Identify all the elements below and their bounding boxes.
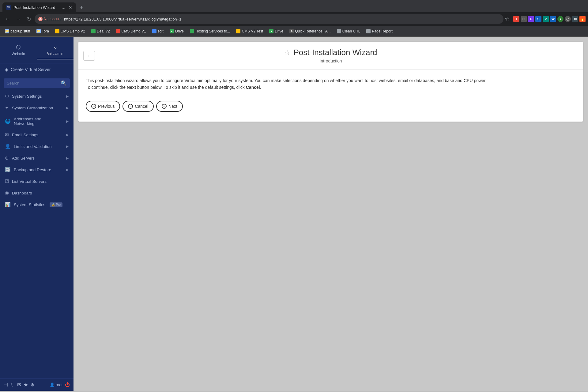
webmin-tab[interactable]: ⬡ Webmin: [0, 41, 37, 59]
bookmark-cms-demo-v2[interactable]: CMS Demo V2: [53, 28, 88, 34]
bookmark-drive-2[interactable]: ▲ Drive: [267, 28, 286, 34]
bookmark-tora[interactable]: 📁 Tora: [34, 28, 51, 34]
cancel-icon: ○: [128, 104, 133, 109]
bookmark-label: CMS V2 Test: [242, 29, 263, 33]
sidebar-nav: ⚙ System Settings ▶ ✦ System Customizati…: [0, 90, 74, 379]
tab-close-button[interactable]: ✕: [69, 5, 72, 10]
sidebar-item-system-customization[interactable]: ✦ System Customization ▶: [0, 102, 74, 114]
virtualmin-label: Virtualmin: [47, 51, 63, 56]
add-servers-icon: ⊕: [5, 155, 9, 161]
bookmark-bar: 📁 backup stuff 📁 Tora CMS Demo V2 Deal V…: [0, 26, 588, 37]
sidebar-footer: ⊣ ☾ ✉ ★ ❄ 👤 root ⏻: [0, 379, 74, 391]
sidebar-item-system-settings[interactable]: ⚙ System Settings ▶: [0, 90, 74, 102]
browser-chrome: W Post-Installation Wizard — Wei... ✕ + …: [0, 0, 588, 37]
sidebar-item-backup-restore[interactable]: 🔄 Backup and Restore ▶: [0, 164, 74, 175]
sidebar-item-label: Email Settings: [12, 133, 38, 137]
ext-icon-3[interactable]: E: [528, 16, 534, 22]
bookmark-label: CMS Demo V1: [122, 29, 146, 33]
reload-button[interactable]: ↻: [24, 14, 33, 24]
statistics-icon: 📊: [5, 202, 11, 207]
sidebar-item-label: Backup and Restore: [14, 168, 51, 172]
next-label: Next: [168, 104, 177, 109]
theme-toggle-icon[interactable]: ☾: [10, 382, 15, 388]
search-container: 🔍: [4, 78, 70, 88]
bookmark-label: Drive: [275, 29, 283, 33]
sidebar-item-left: ⊕ Add Servers: [5, 155, 35, 161]
cancel-button[interactable]: ○ Cancel: [123, 101, 154, 112]
bookmark-favicon: 📁: [5, 29, 9, 33]
webmin-icon: ⬡: [16, 44, 21, 51]
main-content: ← ☆ Post-Installation Wizard Introductio…: [74, 37, 588, 391]
ext-icon-5[interactable]: V: [543, 16, 549, 22]
star-icon[interactable]: ★: [24, 382, 28, 388]
sidebar-item-addresses-networking[interactable]: 🌐 Addresses and Networking ▶: [0, 114, 74, 129]
virtualmin-tab[interactable]: ⌄ Virtualmin: [37, 40, 74, 59]
bookmark-label: CMS Demo V2: [61, 29, 85, 33]
wizard-back-button[interactable]: ←: [83, 51, 95, 61]
sidebar-item-label: System Customization: [12, 106, 53, 110]
ext-icon-8[interactable]: ◌: [565, 16, 571, 22]
wizard-title-text: Post-Installation Wizard: [293, 48, 377, 57]
bookmark-clean-url[interactable]: Clean URL: [334, 28, 363, 34]
bookmark-drive[interactable]: ▲ Drive: [167, 28, 186, 34]
address-bar[interactable]: ⚠ Not secure https://172.18.231.63:10000…: [35, 14, 503, 24]
sidebar-item-label: Add Servers: [12, 156, 35, 160]
bookmark-favicon: [116, 29, 120, 33]
wizard-title: ☆ Post-Installation Wizard: [284, 48, 377, 57]
search-input[interactable]: [7, 81, 58, 85]
collapse-icon[interactable]: ⊣: [4, 382, 8, 388]
new-tab-button[interactable]: +: [77, 3, 86, 12]
sidebar-item-limits-validation[interactable]: 👤 Limits and Validation ▶: [0, 141, 74, 152]
bookmark-label: Tora: [42, 29, 49, 33]
active-tab[interactable]: W Post-Installation Wizard — Wei... ✕: [2, 2, 76, 12]
sidebar-item-label: System Settings: [12, 94, 42, 99]
bookmark-favicon: 📁: [36, 29, 41, 33]
bookmark-cms-demo-v1[interactable]: CMS Demo V1: [114, 28, 149, 34]
create-virtual-server-item[interactable]: ◈ Create Virtual Server: [0, 63, 74, 76]
ext-icon-1[interactable]: I: [513, 16, 519, 22]
chevron-right-icon: ▶: [66, 119, 69, 123]
ext-icon-10[interactable]: 🔥: [579, 16, 586, 22]
ext-icon-2[interactable]: □: [521, 16, 527, 22]
logout-icon[interactable]: ⏻: [65, 382, 70, 388]
ext-icon-4[interactable]: S: [535, 16, 541, 22]
mail-icon[interactable]: ✉: [17, 382, 21, 388]
sidebar-item-left: ☑ List Virtual Servers: [5, 179, 47, 184]
list-vs-icon: ☑: [5, 179, 9, 184]
sidebar-item-dashboard[interactable]: ◉ Dashboard: [0, 187, 74, 199]
bookmark-cms-v2-test[interactable]: CMS V2 Test: [234, 28, 266, 34]
bookmark-star-icon[interactable]: ☆: [505, 16, 510, 22]
bookmark-edit[interactable]: edit: [150, 28, 166, 34]
sidebar-item-list-virtual-servers[interactable]: ☑ List Virtual Servers: [0, 175, 74, 187]
bookmark-page-report[interactable]: Page Report: [364, 28, 395, 34]
sidebar-item-left: ✉ Email Settings: [5, 132, 38, 138]
wizard-subtitle: Introduction: [319, 58, 342, 63]
ext-icon-6[interactable]: W: [550, 16, 556, 22]
bookmark-quick-reference[interactable]: A Quick Reference | A...: [287, 28, 333, 34]
sidebar-item-system-statistics[interactable]: 📊 System Statistics 🔒 Pro: [0, 199, 74, 210]
previous-button[interactable]: ○ Previous: [86, 101, 120, 112]
bookmark-label: Clean URL: [342, 29, 360, 33]
system-customization-icon: ✦: [5, 105, 9, 111]
next-button[interactable]: ○ Next: [156, 101, 183, 112]
limits-icon: 👤: [5, 144, 11, 149]
wizard-body: This post-installation wizard allows you…: [78, 70, 583, 122]
sidebar-item-email-settings[interactable]: ✉ Email Settings ▶: [0, 129, 74, 141]
sidebar-item-left: ✦ System Customization: [5, 105, 53, 111]
sidebar-item-add-servers[interactable]: ⊕ Add Servers ▶: [0, 152, 74, 164]
forward-button[interactable]: →: [13, 14, 23, 24]
back-button[interactable]: ←: [2, 14, 12, 24]
ext-icon-7[interactable]: ●: [557, 16, 564, 22]
bookmark-favicon: A: [289, 29, 294, 33]
ext-icon-9[interactable]: ⊞: [572, 16, 578, 22]
tab-favicon: W: [6, 5, 11, 10]
bookmark-hosting[interactable]: Hosting Services to...: [187, 28, 232, 34]
sidebar-item-label: System Statistics: [14, 202, 45, 207]
help-icon[interactable]: ❄: [30, 382, 34, 388]
dashboard-icon: ◉: [5, 190, 9, 196]
bookmark-favicon: [190, 29, 194, 33]
bookmark-backup-stuff[interactable]: 📁 backup stuff: [2, 28, 33, 34]
cancel-label: Cancel: [135, 104, 148, 109]
sidebar-item-label: Dashboard: [12, 191, 32, 195]
bookmark-deal-v2[interactable]: Deal V2: [89, 28, 112, 34]
